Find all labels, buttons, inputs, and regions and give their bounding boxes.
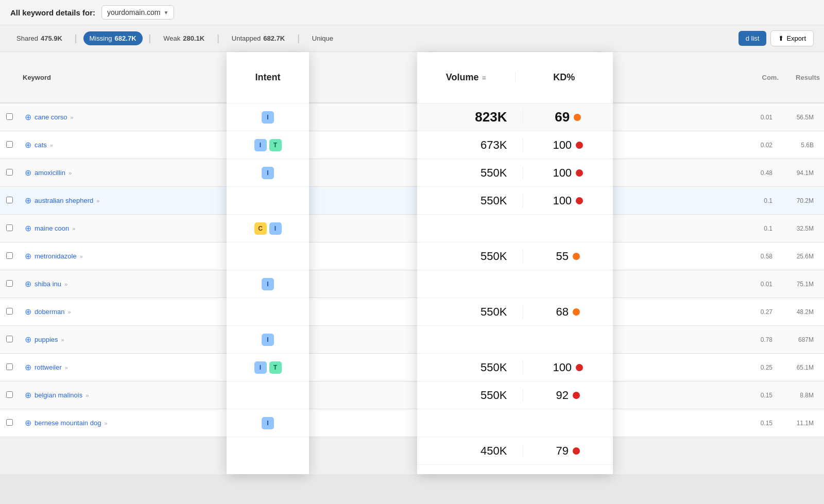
row-checkbox — [6, 224, 25, 233]
keyword-cell: ⊕shiba inu» — [25, 279, 401, 289]
row-checkbox — [6, 168, 25, 178]
vol-kd-row: 550K92 — [417, 381, 613, 409]
intent-cell: IT — [227, 131, 309, 159]
page-container: All keyword details for: yourdomain.com … — [0, 0, 824, 504]
keyword-link[interactable]: bernese mountain dog — [35, 419, 101, 427]
intent-badge-i: I — [254, 139, 267, 151]
keyword-link[interactable]: puppies — [35, 336, 58, 343]
table-row: ⊕rottweiler»00.2565.1M — [0, 354, 824, 381]
tab-weak-count: 280.1K — [183, 34, 204, 42]
keyword-link[interactable]: doberman — [35, 308, 65, 316]
checkbox-input[interactable] — [6, 391, 13, 398]
summary-kd-val: 69 — [555, 109, 570, 125]
keyword-arrows-icon: » — [65, 364, 68, 371]
checkbox-input[interactable] — [6, 141, 13, 148]
keyword-cell: ⊕maine coon» — [25, 223, 401, 233]
row-checkbox — [6, 280, 25, 289]
keyword-cell: ⊕bernese mountain dog» — [25, 418, 401, 428]
com-cell: 0.48 — [741, 169, 777, 177]
keyword-link[interactable]: metronidazole — [35, 252, 77, 260]
keyword-link[interactable]: belgian malinois — [35, 391, 82, 399]
intent-badge-i: I — [254, 361, 267, 374]
kd-section: 100 — [523, 361, 613, 374]
tab-unique[interactable]: Unique — [306, 31, 339, 45]
tab-untapped-label: Untapped — [232, 34, 261, 42]
keyword-add-icon[interactable]: ⊕ — [25, 112, 31, 122]
checkbox-input[interactable] — [6, 419, 13, 426]
checkbox-input[interactable] — [6, 308, 13, 315]
vol-kd-row: 550K55 — [417, 242, 613, 270]
tab-shared-count: 475.9K — [41, 34, 62, 42]
filter-tabs: Shared 475.9K | Missing 682.7K | Weak 28… — [0, 25, 824, 52]
table-container: Keyword yourdomain.c... compete... — [0, 52, 824, 437]
tab-separator-4: | — [297, 33, 300, 44]
keyword-add-icon[interactable]: ⊕ — [25, 251, 31, 261]
com-cell: 0.78 — [741, 336, 777, 343]
results-cell: 65.1M — [777, 364, 818, 371]
keyword-link[interactable]: cats — [35, 141, 47, 149]
volume-header-label: Volume — [446, 72, 479, 83]
row-checkbox — [6, 252, 25, 261]
kd-dot — [576, 142, 583, 149]
keyword-arrows-icon: » — [72, 225, 75, 232]
tab-missing-label: Missing — [90, 34, 112, 42]
table-row: ⊕puppies»00.78687M — [0, 326, 824, 354]
keyword-link[interactable]: australian shepherd — [35, 197, 93, 204]
keyword-add-icon[interactable]: ⊕ — [25, 168, 31, 178]
tab-weak[interactable]: Weak 280.1K — [157, 31, 211, 45]
row-checkbox — [6, 419, 25, 428]
tab-separator-3: | — [217, 33, 219, 44]
tab-shared[interactable]: Shared 475.9K — [10, 31, 68, 45]
checkbox-input[interactable] — [6, 113, 13, 120]
keyword-cell: ⊕rottweiler» — [25, 362, 401, 372]
checkbox-input[interactable] — [6, 224, 13, 231]
com-cell: 0.25 — [741, 364, 777, 371]
export-button[interactable]: ⬆ Export — [770, 30, 814, 46]
kd-header-label: KD% — [553, 72, 575, 83]
tab-untapped-count: 682.7K — [263, 34, 285, 42]
com-cell: 0.58 — [741, 253, 777, 260]
keyword-add-icon[interactable]: ⊕ — [25, 279, 31, 289]
keyword-link[interactable]: amoxicillin — [35, 169, 65, 177]
keyword-add-icon[interactable]: ⊕ — [25, 307, 31, 317]
domain-dropdown[interactable]: yourdomain.com ▼ — [101, 5, 174, 20]
checkbox-input[interactable] — [6, 363, 13, 370]
keyword-link[interactable]: rottweiler — [35, 363, 62, 371]
sort-icon: ≡ — [482, 74, 486, 82]
keyword-add-icon[interactable]: ⊕ — [25, 140, 31, 150]
keyword-add-icon[interactable]: ⊕ — [25, 196, 31, 205]
summary-kd-dot — [574, 114, 581, 121]
kd-value: 92 — [556, 389, 569, 402]
keyword-add-icon[interactable]: ⊕ — [25, 362, 31, 372]
volume-value: 550K — [417, 389, 523, 402]
col-com: Com. — [747, 74, 783, 81]
add-list-button[interactable]: d list — [739, 31, 767, 46]
keyword-link[interactable]: cane corso — [35, 113, 67, 121]
checkbox-input[interactable] — [6, 280, 13, 287]
vol-kd-row: 673K100 — [417, 131, 613, 159]
keyword-link[interactable]: shiba inu — [35, 280, 61, 288]
volume-header[interactable]: Volume ≡ — [417, 72, 516, 83]
table-row: ⊕shiba inu»00.0175.1M — [0, 270, 824, 298]
kd-dot — [576, 169, 583, 177]
checkbox-input[interactable] — [6, 197, 13, 203]
keyword-link[interactable]: maine coon — [35, 224, 69, 232]
kd-value: 100 — [553, 138, 572, 152]
kd-dot — [573, 447, 580, 455]
checkbox-input[interactable] — [6, 252, 13, 259]
checkbox-input[interactable] — [6, 169, 13, 176]
table-row: ⊕amoxicillin»00.4894.1M — [0, 159, 824, 187]
tab-untapped[interactable]: Untapped 682.7K — [226, 31, 291, 45]
intent-badge-i: I — [269, 222, 282, 235]
keyword-add-icon[interactable]: ⊕ — [25, 223, 31, 233]
intent-cell — [227, 187, 309, 215]
keyword-add-icon[interactable]: ⊕ — [25, 418, 31, 428]
checkbox-input[interactable] — [6, 336, 13, 342]
intent-badge-i: I — [262, 111, 274, 124]
keyword-add-icon[interactable]: ⊕ — [25, 390, 31, 400]
keyword-add-icon[interactable]: ⊕ — [25, 335, 31, 344]
keyword-cell: ⊕puppies» — [25, 335, 401, 344]
tab-missing[interactable]: Missing 682.7K — [83, 31, 143, 45]
results-cell: 70.2M — [777, 197, 818, 204]
vol-kd-cells: 673K100550K100550K100550K55550K68550K100… — [417, 131, 613, 465]
